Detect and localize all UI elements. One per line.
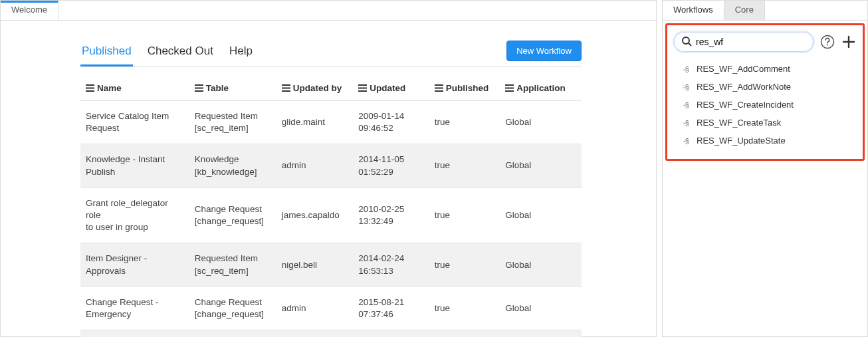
- search-icon: [681, 36, 692, 49]
- col-header-updated[interactable]: Updated: [353, 76, 429, 100]
- search-result-item[interactable]: ◦§RES_WF_UpdateState: [681, 132, 859, 150]
- cell-table: Change Request[change_request]: [189, 286, 276, 330]
- side-panel: Workflows Core: [662, 0, 868, 337]
- cell-name: Service Catalog ItemRequest: [80, 100, 189, 144]
- tab-welcome[interactable]: Welcome: [1, 1, 58, 20]
- table-row[interactable]: Item Designer - ApprovalsRequested Item[…: [80, 243, 582, 286]
- cell-table: Global [global]: [189, 330, 276, 337]
- cell-table: Requested Item[sc_req_item]: [189, 243, 276, 286]
- workflow-icon: ◦§: [683, 83, 693, 91]
- section-tab-help[interactable]: Help: [228, 41, 254, 66]
- table-row[interactable]: Change Request -EmergencyChange Request[…: [80, 286, 582, 330]
- cell-updated-by: admin: [276, 144, 354, 187]
- hamburger-icon: [505, 84, 514, 94]
- new-workflow-button[interactable]: New Workflow: [506, 41, 582, 61]
- col-header-application[interactable]: Application: [500, 76, 582, 100]
- search-result-label: RES_WF_UpdateState: [697, 136, 786, 146]
- cell-application: Global: [500, 100, 582, 144]
- cell-updated-by: glide.maint: [276, 100, 354, 144]
- cell-updated: 2014-02-2416:53:13: [353, 243, 429, 286]
- search-result-label: RES_WF_AddComment: [697, 64, 790, 74]
- svg-line-1: [689, 43, 691, 46]
- search-result-label: RES_WF_CreateTask: [697, 118, 781, 128]
- cell-updated: 2010-02-2513:32:49: [353, 187, 429, 243]
- cell-updated: 2017-11-01: [353, 330, 429, 337]
- section-tab-published[interactable]: Published: [80, 41, 133, 66]
- table-row[interactable]: Service Catalog ItemRequestRequested Ite…: [80, 100, 582, 144]
- col-header-name[interactable]: Name: [80, 76, 189, 100]
- search-results: ◦§RES_WF_AddComment◦§RES_WF_AddWorkNote◦…: [667, 57, 863, 150]
- cell-application: Global: [500, 187, 582, 243]
- cell-published: true: [429, 330, 500, 337]
- search-input[interactable]: [692, 35, 806, 49]
- search-box[interactable]: [674, 32, 814, 52]
- right-tab-strip: Workflows Core: [663, 1, 867, 21]
- cell-published: true: [429, 144, 500, 187]
- search-result-item[interactable]: ◦§RES_WF_AddComment: [681, 60, 859, 78]
- cell-table: Requested Item[sc_req_item]: [189, 100, 276, 144]
- svg-point-3: [827, 45, 828, 46]
- cell-application: Global: [500, 144, 582, 187]
- cell-updated: 2009-01-1409:46:52: [353, 100, 429, 144]
- tab-core[interactable]: Core: [724, 1, 765, 20]
- help-icon[interactable]: [820, 35, 835, 49]
- hamburger-icon: [86, 84, 94, 94]
- hamburger-icon: [358, 84, 367, 94]
- cell-updated-by: nigel.bell: [276, 243, 354, 286]
- cell-name: Pwd Change - Local: [80, 330, 189, 337]
- cell-name: Knowledge - InstantPublish: [80, 144, 189, 187]
- table-row[interactable]: Pwd Change - LocalGlobal [global]admin20…: [80, 330, 582, 337]
- section-tabs: Published Checked Out Help: [80, 41, 254, 66]
- workflow-icon: ◦§: [683, 101, 693, 109]
- cell-published: true: [429, 286, 500, 330]
- cell-name: Item Designer - Approvals: [80, 243, 189, 286]
- main-panel: Welcome Published Checked Out Help New W…: [0, 0, 657, 337]
- cell-updated-by: james.capaldo: [276, 187, 354, 243]
- cell-application: Global: [500, 330, 582, 337]
- col-header-table[interactable]: Table: [189, 76, 276, 100]
- table-row[interactable]: Grant role_delegator roleto user in grou…: [80, 187, 582, 243]
- cell-published: true: [429, 187, 500, 243]
- hamburger-icon: [195, 84, 203, 94]
- workflows-table: Name Table Updated by: [80, 76, 582, 337]
- cell-application: Global: [500, 286, 582, 330]
- col-header-updated-by[interactable]: Updated by: [276, 76, 354, 100]
- workflow-icon: ◦§: [683, 119, 693, 127]
- cell-updated: 2014-11-0501:52:29: [353, 144, 429, 187]
- workflow-icon: ◦§: [683, 65, 693, 73]
- search-result-item[interactable]: ◦§RES_WF_CreateTask: [681, 114, 859, 132]
- workflow-icon: ◦§: [683, 137, 693, 145]
- cell-updated-by: admin: [276, 286, 354, 330]
- search-result-label: RES_WF_AddWorkNote: [697, 82, 791, 92]
- cell-name: Change Request -Emergency: [80, 286, 189, 330]
- cell-application: Global: [500, 243, 582, 286]
- search-result-item[interactable]: ◦§RES_WF_CreateIncident: [681, 96, 859, 114]
- search-result-label: RES_WF_CreateIncident: [697, 100, 794, 110]
- left-tab-strip: Welcome: [1, 1, 656, 21]
- search-result-item[interactable]: ◦§RES_WF_AddWorkNote: [681, 78, 859, 96]
- cell-published: true: [429, 100, 500, 144]
- hamburger-icon: [435, 84, 443, 94]
- table-row[interactable]: Knowledge - InstantPublishKnowledge[kb_k…: [80, 144, 582, 187]
- hamburger-icon: [282, 84, 290, 94]
- cell-name: Grant role_delegator roleto user in grou…: [80, 187, 189, 243]
- add-icon[interactable]: [841, 35, 856, 49]
- svg-point-0: [683, 37, 689, 44]
- workflows-search-panel: ◦§RES_WF_AddComment◦§RES_WF_AddWorkNote◦…: [665, 23, 865, 161]
- cell-table: Knowledge[kb_knowledge]: [189, 144, 276, 187]
- tab-workflows[interactable]: Workflows: [663, 1, 724, 20]
- cell-updated-by: admin: [276, 330, 354, 337]
- col-header-published[interactable]: Published: [429, 76, 500, 100]
- cell-published: true: [429, 243, 500, 286]
- cell-updated: 2015-08-2107:37:46: [353, 286, 429, 330]
- section-tab-checked-out[interactable]: Checked Out: [146, 41, 215, 66]
- cell-table: Change Request[change_request]: [189, 187, 276, 243]
